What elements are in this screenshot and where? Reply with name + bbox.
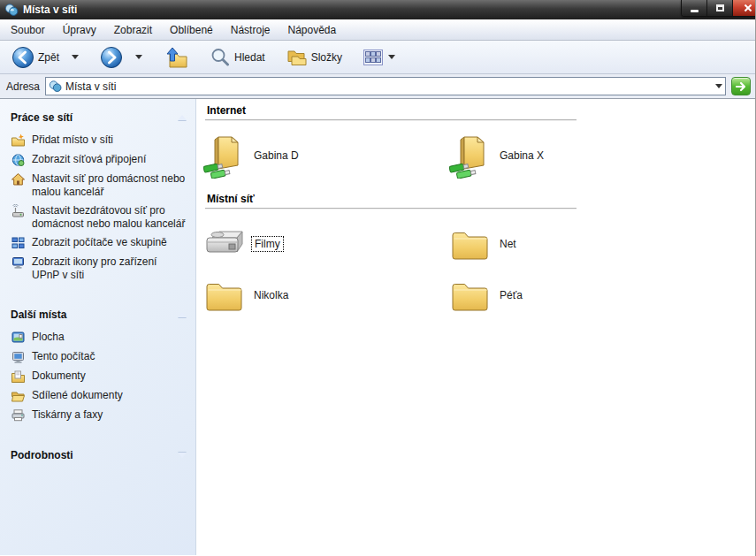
file-tile-net[interactable]: Net: [449, 219, 695, 269]
sidebar-item-label: Nastavit síť pro domácnost nebo malou ka…: [32, 172, 187, 199]
file-label: Péťa: [497, 288, 525, 302]
maximize-button[interactable]: [707, 0, 733, 16]
sidebar-item-label: Zobrazit počítače ve skupině: [32, 236, 167, 250]
collapse-icon: [178, 312, 187, 317]
sidebar-item-label: Plocha: [32, 331, 65, 345]
task-pane: Práce se sítí Přidat místo v síti: [0, 99, 196, 555]
section-header-details[interactable]: Podrobnosti: [11, 449, 187, 461]
wireless-network-icon: [11, 204, 26, 218]
up-button[interactable]: [159, 43, 193, 72]
chevron-down-icon: [715, 84, 722, 88]
sidebar-item-show-upnp-icons[interactable]: Zobrazit ikony pro zařízení UPnP v síti: [11, 255, 187, 282]
up-folder-icon: [164, 46, 188, 69]
network-places-icon: [4, 3, 19, 17]
shared-documents-icon: [11, 389, 26, 403]
menu-zobrazit[interactable]: Zobrazit: [105, 21, 161, 39]
sidebar-item-shared-documents[interactable]: Sdílené dokumenty: [11, 389, 187, 403]
back-button[interactable]: Zpět: [7, 43, 64, 72]
sidebar-item-setup-wireless-network[interactable]: Nastavit bezdrátovou síť pro domácnost n…: [11, 204, 187, 231]
close-button[interactable]: [733, 0, 756, 16]
sidebar-item-desktop[interactable]: Plocha: [11, 331, 187, 345]
title-bar: Místa v síti: [0, 0, 755, 19]
menu-upravy[interactable]: Úpravy: [54, 21, 105, 39]
group-title: Místní síť: [196, 193, 755, 205]
sidebar-item-label: Zobrazit ikony pro zařízení UPnP v síti: [32, 255, 187, 282]
address-bar: Adresa Místa v síti: [0, 74, 755, 99]
go-button[interactable]: [731, 77, 751, 95]
sidebar-item-my-computer[interactable]: Tento počítač: [11, 350, 187, 364]
menu-bar: Soubor Úpravy Zobrazit Oblíbené Nástroje…: [0, 19, 755, 41]
network-folder-icon: [203, 133, 246, 179]
sidebar-item-label: Tento počítač: [32, 350, 95, 364]
chevron-down-icon: [135, 55, 142, 59]
sidebar-item-documents[interactable]: Dokumenty: [11, 369, 187, 384]
folders-icon: [286, 47, 308, 68]
section-details: Podrobnosti: [11, 449, 187, 461]
window-controls: [681, 0, 756, 17]
network-connections-icon: [11, 153, 26, 167]
desktop-icon: [11, 331, 26, 345]
group-divider: [205, 208, 577, 209]
views-icon: [363, 50, 383, 65]
file-label: Gabina D: [251, 149, 302, 163]
file-tile-gabina-x[interactable]: Gabina X: [449, 131, 695, 180]
folder-icon: [450, 278, 491, 312]
address-dropdown[interactable]: [710, 78, 725, 95]
file-tile-filmy[interactable]: Filmy: [203, 219, 449, 269]
upnp-device-icon: [11, 255, 26, 270]
chevron-down-icon: [72, 55, 79, 59]
folders-label: Složky: [311, 51, 342, 64]
sidebar-item-printers[interactable]: Tiskárny a faxy: [11, 408, 187, 423]
back-label: Zpět: [38, 51, 59, 64]
group-divider: [205, 119, 577, 120]
group-title: Internet: [196, 104, 755, 117]
sidebar-item-label: Dokumenty: [32, 369, 86, 384]
section-header-other-places[interactable]: Další místa: [11, 308, 187, 321]
folders-button[interactable]: Složky: [282, 44, 347, 71]
section-header-network-tasks[interactable]: Práce se sítí: [11, 111, 187, 124]
address-value: Místa v síti: [65, 80, 706, 93]
forward-icon: [100, 46, 123, 69]
back-dropdown[interactable]: [65, 52, 83, 62]
sidebar-item-label: Přidat místo v síti: [32, 133, 113, 148]
my-computer-icon: [11, 350, 26, 364]
section-other-places: Další místa Plocha: [11, 308, 187, 423]
sidebar-item-view-workgroup-computers[interactable]: Zobrazit počítače ve skupině: [11, 236, 187, 250]
sidebar-item-label: Zobrazit síťová připojení: [32, 153, 146, 167]
section-title: Další místa: [11, 308, 66, 321]
menu-oblibene[interactable]: Oblíbené: [161, 21, 222, 39]
file-label: Filmy: [251, 236, 284, 252]
sidebar-item-network-connections[interactable]: Zobrazit síťová připojení: [11, 153, 187, 167]
forward-dropdown[interactable]: [129, 52, 147, 62]
sidebar-item-label: Sdílené dokumenty: [32, 389, 123, 403]
forward-button[interactable]: [95, 43, 127, 72]
file-tile-nikolka[interactable]: Nikolka: [203, 270, 449, 320]
window-title: Místa v síti: [23, 4, 77, 16]
menu-napoveda[interactable]: Nápověda: [279, 21, 345, 39]
search-button[interactable]: Hledat: [205, 44, 270, 71]
explorer-window: Místa v síti Soubor Úpravy Zobrazit Oblí…: [0, 0, 756, 556]
address-combobox[interactable]: Místa v síti: [45, 77, 726, 95]
file-tile-peta[interactable]: Péťa: [449, 270, 695, 320]
file-tile-gabina-d[interactable]: Gabina D: [203, 131, 449, 180]
documents-icon: [11, 369, 26, 384]
menu-soubor[interactable]: Soubor: [2, 21, 54, 39]
network-drive-icon: [203, 227, 246, 261]
close-icon: [744, 4, 752, 12]
sidebar-item-label: Nastavit bezdrátovou síť pro domácnost n…: [32, 204, 187, 231]
sidebar-item-add-network-place[interactable]: Přidat místo v síti: [11, 133, 187, 148]
menu-nastroje[interactable]: Nástroje: [222, 21, 279, 39]
section-title: Podrobnosti: [11, 449, 73, 461]
go-arrow-icon: [735, 81, 747, 92]
back-icon: [11, 46, 34, 69]
chevron-down-icon: [388, 55, 395, 59]
file-list-area: Internet: [196, 99, 755, 555]
home-network-icon: [11, 172, 26, 187]
sidebar-item-setup-home-network[interactable]: Nastavit síť pro domácnost nebo malou ka…: [11, 172, 187, 199]
views-button[interactable]: [359, 47, 400, 68]
printer-icon: [11, 408, 26, 423]
folder-icon: [450, 227, 491, 261]
minimize-button[interactable]: [682, 0, 707, 16]
toolbar: Zpět Hledat: [0, 41, 755, 74]
search-label: Hledat: [234, 51, 265, 64]
